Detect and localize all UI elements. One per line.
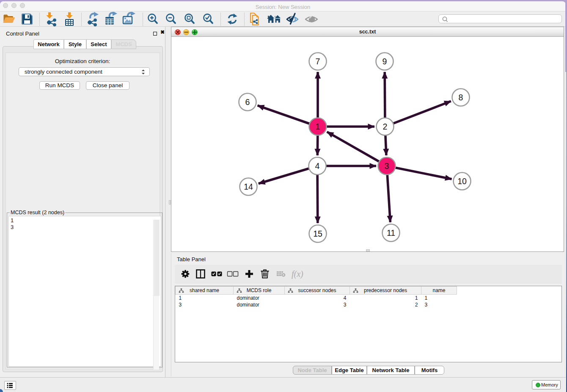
svg-text:4: 4: [315, 161, 320, 171]
svg-text:1: 1: [316, 122, 320, 131]
svg-text:10: 10: [457, 177, 467, 186]
svg-text:7: 7: [316, 57, 320, 66]
svg-text:6: 6: [245, 97, 250, 107]
svg-text:14: 14: [244, 182, 253, 191]
svg-text:11: 11: [387, 228, 395, 237]
svg-text:9: 9: [383, 57, 387, 66]
svg-text:15: 15: [313, 229, 322, 238]
svg-text:f(x): f(x): [292, 269, 303, 279]
svg-text:2: 2: [383, 122, 388, 131]
svg-text:8: 8: [459, 93, 463, 102]
svg-text:3: 3: [385, 161, 389, 171]
